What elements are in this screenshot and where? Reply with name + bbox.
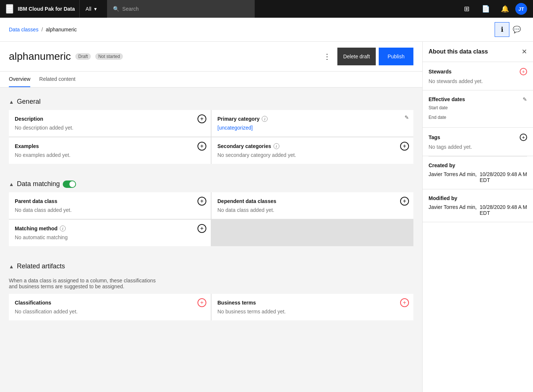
related-artifacts-description: When a data class is assigned to a colum…	[9, 275, 164, 294]
data-matching-chevron-icon: ▲	[9, 181, 14, 187]
data-matching-section-title: Data matching	[17, 180, 60, 188]
right-panel: About this data class ✕ Stewards + No st…	[422, 42, 533, 392]
examples-add-button[interactable]: +	[197, 142, 206, 151]
page-wrapper: Data classes / alphanumeric ℹ 💬 alphanum…	[0, 18, 533, 392]
page-header: alphanumeric Draft Not started ⋮ Delete …	[0, 42, 422, 72]
examples-empty-text: No examples added yet.	[15, 152, 205, 158]
effective-dates-section: Effective dates ✎ Start date End date	[423, 90, 533, 128]
breadcrumb-current: alphanumeric	[46, 27, 77, 32]
breadcrumb: Data classes / alphanumeric ℹ 💬	[0, 18, 533, 42]
related-artifacts-section-title: Related artifacts	[17, 262, 65, 270]
tab-overview[interactable]: Overview	[9, 72, 30, 87]
data-matching-card-grid: Parent data class No data class added ye…	[9, 192, 413, 246]
examples-title: Examples	[15, 143, 39, 149]
start-date-label: Start date	[429, 105, 527, 110]
search-icon: 🔍	[113, 6, 119, 12]
nav-icons: ⊞ 📄 🔔 JT	[458, 0, 527, 18]
examples-card: Examples No examples added yet. +	[9, 137, 211, 164]
delete-draft-button[interactable]: Delete draft	[337, 48, 376, 65]
right-panel-close-button[interactable]: ✕	[522, 48, 527, 56]
primary-category-title: Primary category	[217, 116, 259, 122]
matching-method-empty-text: No automatic matching	[15, 234, 205, 240]
general-card-grid: Description No description added yet. + …	[9, 110, 413, 164]
parent-data-class-empty-text: No data class added yet.	[15, 207, 205, 213]
avatar[interactable]: JT	[515, 3, 527, 15]
effective-dates-edit-button[interactable]: ✎	[523, 96, 527, 102]
secondary-categories-add-button[interactable]: +	[400, 142, 409, 151]
created-by-label: Created by	[429, 162, 455, 168]
classifications-title: Classifications	[15, 300, 51, 306]
parent-data-class-title: Parent data class	[15, 198, 57, 204]
info-panel-toggle-button[interactable]: ℹ	[495, 22, 509, 37]
created-by-section: Created by Javier Torres Ad min, 10/28/2…	[423, 157, 533, 189]
tags-add-button[interactable]: +	[520, 134, 527, 141]
chat-panel-toggle-button[interactable]: 💬	[509, 22, 524, 37]
related-artifacts-card-grid: Classifications No classification added …	[9, 294, 413, 320]
general-section-title: General	[17, 98, 41, 106]
data-matching-toggle[interactable]	[63, 180, 76, 188]
matching-method-info-icon[interactable]: i	[60, 226, 66, 231]
general-section-header[interactable]: ▲ General	[9, 93, 413, 110]
tabs-bar: Overview Related content	[0, 72, 422, 87]
publish-button[interactable]: Publish	[379, 48, 413, 65]
all-selector-button[interactable]: All ▾	[79, 0, 103, 18]
overflow-menu-button[interactable]: ⋮	[320, 49, 334, 64]
primary-category-info-icon[interactable]: i	[262, 116, 268, 122]
description-card: Description No description added yet. +	[9, 110, 211, 137]
header-actions: ⋮ Delete draft Publish	[320, 48, 413, 65]
right-panel-header: About this data class ✕	[423, 42, 533, 62]
tab-related-content[interactable]: Related content	[39, 72, 75, 87]
main-panel: alphanumeric Draft Not started ⋮ Delete …	[0, 42, 422, 392]
all-selector-label: All	[86, 6, 92, 12]
secondary-categories-info-icon[interactable]: i	[274, 143, 279, 149]
stewards-add-button[interactable]: +	[520, 68, 527, 75]
primary-category-card: Primary category i [uncategorized] ✎	[212, 110, 413, 137]
data-matching-toggle-wrapper	[63, 180, 76, 188]
matching-method-card: Matching method i No automatic matching …	[9, 220, 211, 246]
primary-category-value[interactable]: [uncategorized]	[217, 125, 253, 131]
dependent-data-classes-card: Dependent data classes No data class add…	[212, 192, 413, 219]
right-panel-title: About this data class	[429, 48, 488, 55]
tags-label: Tags	[429, 134, 440, 140]
effective-dates-label: Effective dates	[429, 96, 465, 102]
tags-empty-text: No tags added yet.	[429, 144, 527, 150]
parent-data-class-add-button[interactable]: +	[197, 197, 206, 206]
business-terms-add-button[interactable]: +	[400, 298, 409, 307]
modified-by-label: Modified by	[429, 195, 457, 201]
primary-category-edit-button[interactable]: ✎	[405, 114, 409, 120]
content-area: alphanumeric Draft Not started ⋮ Delete …	[0, 42, 533, 392]
modified-by-meta: Javier Torres Ad min, 10/28/2020 9:48 A …	[429, 204, 527, 216]
data-matching-section-header[interactable]: ▲ Data matching	[9, 176, 413, 192]
related-artifacts-section-header[interactable]: ▲ Related artifacts	[9, 258, 413, 275]
stewards-section: Stewards + No stewards added yet.	[423, 62, 533, 90]
general-chevron-icon: ▲	[9, 99, 14, 105]
general-section: ▲ General Description No description add…	[0, 87, 422, 170]
parent-data-class-card: Parent data class No data class added ye…	[9, 192, 211, 219]
hamburger-menu-button[interactable]: ☰	[6, 4, 13, 14]
secondary-categories-empty-text: No secondary category added yet.	[217, 152, 408, 158]
stewards-empty-text: No stewards added yet.	[429, 78, 527, 84]
secondary-categories-card: Secondary categories i No secondary cate…	[212, 137, 413, 164]
search-input[interactable]	[122, 6, 249, 12]
breadcrumb-separator: /	[41, 27, 43, 32]
stewards-label: Stewards	[429, 69, 451, 75]
top-nav: ☰ IBM Cloud Pak for Data All ▾ 🔍 ⊞ 📄 🔔 J…	[0, 0, 533, 18]
related-artifacts-section: ▲ Related artifacts When a data class is…	[0, 252, 422, 326]
business-terms-empty-text: No business terms added yet.	[217, 309, 408, 314]
apps-icon-button[interactable]: ⊞	[458, 0, 475, 18]
dependent-data-classes-add-button[interactable]: +	[400, 197, 409, 206]
description-add-button[interactable]: +	[197, 114, 206, 123]
notification-icon-button[interactable]: 🔔	[496, 0, 514, 18]
status-badge: Not started	[95, 53, 123, 60]
related-artifacts-chevron-icon: ▲	[9, 264, 14, 269]
breadcrumb-parent-link[interactable]: Data classes	[9, 27, 38, 32]
end-date-label: End date	[429, 115, 527, 120]
matching-method-add-button[interactable]: +	[197, 224, 206, 233]
description-title: Description	[15, 116, 43, 122]
classifications-add-button[interactable]: +	[197, 298, 206, 307]
matching-method-title: Matching method	[15, 226, 58, 231]
description-empty-text: No description added yet.	[15, 125, 205, 131]
document-icon-button[interactable]: 📄	[477, 0, 495, 18]
dependent-data-classes-title: Dependent data classes	[217, 198, 276, 204]
app-title: IBM Cloud Pak for Data	[18, 6, 75, 12]
